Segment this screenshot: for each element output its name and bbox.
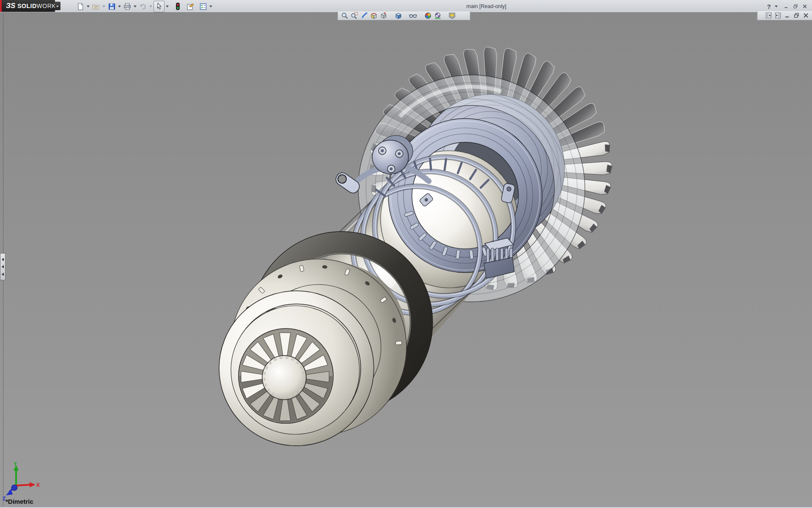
select-cursor-icon bbox=[156, 3, 163, 10]
document-title: main [Read-only] bbox=[431, 0, 541, 13]
options-dropdown[interactable] bbox=[208, 1, 214, 11]
new-document-dropdown[interactable] bbox=[85, 1, 91, 11]
save-dropdown[interactable] bbox=[117, 1, 122, 11]
open-document-dropdown[interactable] bbox=[101, 1, 107, 11]
new-document-icon bbox=[77, 3, 84, 10]
print-button[interactable] bbox=[122, 1, 132, 11]
glasses-icon bbox=[409, 12, 417, 19]
section-view-icon bbox=[370, 12, 378, 19]
pane-right-icon bbox=[775, 12, 781, 19]
rebuild-stoplight-button[interactable] bbox=[173, 1, 183, 11]
logo-red-stripe bbox=[0, 0, 2, 12]
note-edit-icon bbox=[187, 3, 194, 10]
file-properties-button[interactable] bbox=[185, 1, 195, 11]
apply-scene-button[interactable] bbox=[433, 11, 442, 20]
zoom-to-area-icon bbox=[351, 12, 358, 19]
heads-up-view-toolbar bbox=[337, 11, 470, 20]
undo-arrow-icon bbox=[139, 3, 147, 10]
document-window-controls bbox=[757, 11, 812, 20]
print-dropdown[interactable] bbox=[132, 1, 138, 11]
undo-dropdown[interactable] bbox=[148, 1, 154, 11]
view-orientation-button[interactable] bbox=[379, 11, 388, 20]
undo-button[interactable] bbox=[138, 1, 148, 11]
open-folder-icon bbox=[92, 3, 100, 10]
view-orientation-label: *Dimetric bbox=[5, 498, 33, 505]
save-floppy-icon bbox=[108, 3, 115, 10]
collapse-arrow-icon bbox=[2, 265, 4, 268]
solidworks-logo: ЗS SOLIDWORKS bbox=[0, 0, 55, 12]
scene-ball-icon bbox=[434, 12, 442, 19]
close-button[interactable] bbox=[800, 1, 809, 11]
window-bottom-border bbox=[0, 506, 812, 508]
restore-icon bbox=[793, 3, 798, 9]
close-document-button[interactable] bbox=[801, 11, 810, 20]
graphics-area[interactable]: X Y Z *Dimetric bbox=[0, 13, 812, 506]
collapse-arrow-icon bbox=[2, 258, 4, 261]
options-button[interactable] bbox=[198, 1, 208, 11]
help-dropdown[interactable] bbox=[774, 1, 779, 11]
edit-appearance-button[interactable] bbox=[423, 11, 433, 20]
cone-hub bbox=[262, 356, 306, 400]
open-document-button[interactable] bbox=[91, 1, 101, 11]
select-button[interactable] bbox=[154, 1, 165, 12]
zoom-to-fit-button[interactable] bbox=[340, 11, 349, 20]
feature-panel-splitter-tab[interactable] bbox=[0, 253, 5, 280]
save-button[interactable] bbox=[107, 1, 117, 11]
restore-document-button[interactable] bbox=[792, 11, 801, 20]
solidworks-window: { "titlebar": { "logo": {"glyph": "ЗS", … bbox=[0, 0, 812, 508]
printer-icon bbox=[123, 3, 131, 10]
view-settings-icon bbox=[448, 12, 456, 19]
lug-bracket bbox=[334, 171, 362, 196]
triad-origin bbox=[11, 485, 17, 491]
help-button[interactable]: ? bbox=[764, 1, 774, 11]
select-dropdown[interactable] bbox=[165, 1, 170, 11]
previous-view-icon bbox=[360, 12, 368, 19]
view-settings-button[interactable] bbox=[447, 11, 457, 20]
view-orientation-icon bbox=[380, 12, 387, 19]
minimize-document-button[interactable] bbox=[782, 11, 792, 20]
menu-bar: ЗS SOLIDWORKS ▸ bbox=[0, 0, 812, 13]
collapse-arrow-icon bbox=[2, 273, 4, 276]
engine-3d-model bbox=[0, 13, 812, 506]
menu-flyout-arrow[interactable]: ▸ bbox=[55, 2, 60, 10]
options-checklist-icon bbox=[200, 3, 207, 10]
close-icon bbox=[803, 3, 807, 9]
display-style-button[interactable] bbox=[393, 11, 403, 20]
section-view-button[interactable] bbox=[369, 11, 379, 20]
tile-pane-right-button[interactable] bbox=[773, 11, 782, 20]
new-document-button[interactable] bbox=[75, 1, 85, 11]
pane-left-icon bbox=[765, 12, 772, 19]
traffic-light-icon bbox=[175, 3, 181, 10]
x-axis-arrow bbox=[30, 482, 36, 487]
ds-logo-glyph: ЗS bbox=[6, 2, 15, 10]
zoom-to-area-button[interactable] bbox=[349, 11, 359, 20]
close-document-icon bbox=[803, 13, 809, 18]
restore-document-icon bbox=[794, 13, 799, 18]
appearance-ball-icon bbox=[424, 12, 432, 19]
hide-show-items-button[interactable] bbox=[408, 11, 418, 20]
previous-view-button[interactable] bbox=[359, 11, 369, 20]
tile-pane-left-button[interactable] bbox=[764, 11, 773, 20]
x-axis-label: X bbox=[36, 482, 40, 488]
standard-toolbar bbox=[75, 0, 214, 13]
minimize-button[interactable] bbox=[782, 1, 791, 11]
y-axis-label: Y bbox=[14, 461, 17, 467]
reference-triad: X Y Z bbox=[0, 461, 55, 504]
minimize-icon bbox=[784, 3, 788, 9]
zoom-to-fit-icon bbox=[341, 12, 348, 19]
minimize-document-icon bbox=[785, 13, 790, 18]
restore-button[interactable] bbox=[791, 1, 800, 11]
display-style-icon bbox=[395, 12, 402, 19]
logo-text-bold: SOLID bbox=[17, 3, 36, 9]
